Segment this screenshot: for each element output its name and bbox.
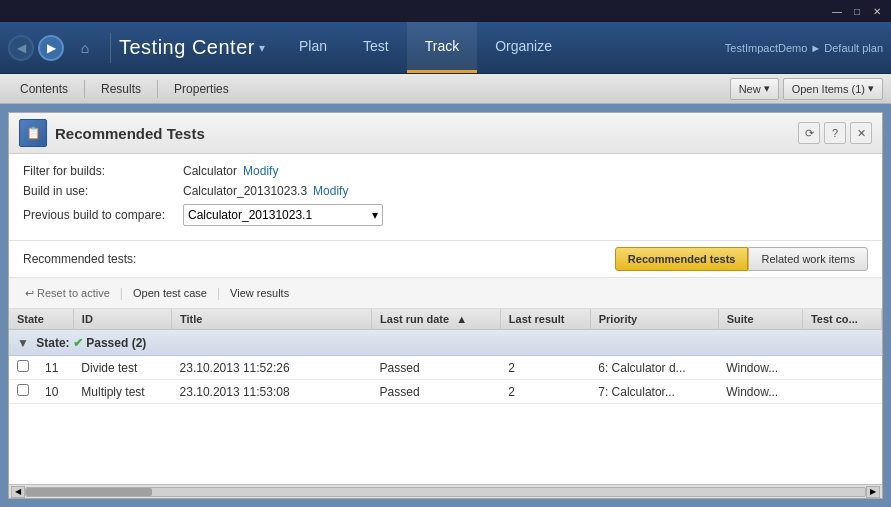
row1-priority: 2 — [500, 356, 590, 380]
row2-test-config: Window... — [718, 380, 802, 404]
filter-label: Recommended tests: — [23, 252, 136, 266]
row1-suite: 6: Calculator d... — [590, 356, 718, 380]
scroll-right-button[interactable]: ▶ — [866, 486, 880, 498]
row1-last-result: Passed — [372, 356, 501, 380]
data-table: State ID Title Last run date ▲ Last resu… — [9, 309, 882, 404]
col-header-last-result[interactable]: Last result — [500, 309, 590, 330]
panel-icon: 📋 — [19, 119, 47, 147]
title-bar: — □ ✕ — [0, 0, 891, 22]
table-container[interactable]: State ID Title Last run date ▲ Last resu… — [9, 309, 882, 484]
minimize-button[interactable]: — — [827, 2, 847, 20]
previous-build-dropdown[interactable]: Calculator_20131023.1 ▾ — [183, 204, 383, 226]
filter-for-builds-value: Calculator — [183, 164, 237, 178]
group-expander[interactable]: ▼ — [17, 336, 29, 350]
panel-close-button[interactable]: ✕ — [850, 122, 872, 144]
tab-plan[interactable]: Plan — [281, 22, 345, 73]
tab-track[interactable]: Track — [407, 22, 477, 73]
col-header-last-run-date-label: Last run date — [380, 313, 449, 325]
open-items-dropdown-icon: ▾ — [868, 82, 874, 95]
col-header-test-config[interactable]: Test co... — [802, 309, 881, 330]
nav-bar: ◀ ▶ ⌂ Testing Center ▾ Plan Test Track O… — [0, 22, 891, 74]
scrollbar-thumb[interactable] — [26, 488, 152, 496]
row1-id[interactable]: 11 — [37, 356, 73, 380]
related-work-items-toggle[interactable]: Related work items — [748, 247, 868, 271]
recommended-tests-toggle[interactable]: Recommended tests — [615, 247, 749, 271]
state-group-label: State: — [36, 336, 69, 350]
toolbar-separator-2 — [157, 80, 158, 98]
maximize-button[interactable]: □ — [847, 2, 867, 20]
row1-test-config: Window... — [718, 356, 802, 380]
passed-icon: ✔ — [73, 336, 83, 350]
nav-tabs: Plan Test Track Organize — [281, 22, 725, 73]
forward-button[interactable]: ▶ — [38, 35, 64, 61]
toolbar-tab-contents[interactable]: Contents — [8, 74, 80, 103]
reset-to-active-button[interactable]: ↩ Reset to active — [17, 282, 118, 304]
col-header-row: State ID Title Last run date ▲ Last resu… — [9, 309, 882, 330]
breadcrumb: TestImpactDemo ► Default plan — [725, 42, 883, 54]
row2-suite: 7: Calculator... — [590, 380, 718, 404]
toolbar-tab-results[interactable]: Results — [89, 74, 153, 103]
new-dropdown-icon: ▾ — [764, 82, 770, 95]
row2-title: Multiply test — [73, 380, 171, 404]
open-test-case-button[interactable]: Open test case — [125, 282, 215, 304]
col-header-last-run-date[interactable]: Last run date ▲ — [372, 309, 501, 330]
row1-title: Divide test — [73, 356, 171, 380]
row2-last-result: Passed — [372, 380, 501, 404]
toolbar-right: New ▾ Open Items (1) ▾ — [730, 78, 883, 100]
col-header-title[interactable]: Title — [172, 309, 372, 330]
table-row: 11 Divide test 23.10.2013 11:52:26 Passe… — [9, 356, 882, 380]
panel-help-button[interactable]: ? — [824, 122, 846, 144]
toolbar-separator-1 — [84, 80, 85, 98]
col-header-state-label: State — [17, 313, 44, 325]
title-dropdown[interactable]: ▾ — [259, 41, 265, 55]
col-header-state[interactable]: State — [9, 309, 73, 330]
col-header-priority[interactable]: Priority — [590, 309, 718, 330]
row2-priority: 2 — [500, 380, 590, 404]
main-content: 📋 Recommended Tests ⟳ ? ✕ Filter for bui… — [0, 104, 891, 507]
row2-id[interactable]: 10 — [37, 380, 73, 404]
filter-row: Recommended tests: Recommended tests Rel… — [9, 241, 882, 278]
state-group-value: Passed (2) — [86, 336, 146, 350]
toggle-btn-group: Recommended tests Related work items — [615, 247, 868, 271]
tab-test[interactable]: Test — [345, 22, 407, 73]
panel: 📋 Recommended Tests ⟳ ? ✕ Filter for bui… — [8, 112, 883, 499]
open-items-button[interactable]: Open Items (1) ▾ — [783, 78, 883, 100]
scrollbar-track[interactable] — [25, 487, 866, 497]
tab-organize[interactable]: Organize — [477, 22, 570, 73]
col-header-id[interactable]: ID — [73, 309, 171, 330]
new-button-label: New — [739, 83, 761, 95]
view-results-button[interactable]: View results — [222, 282, 297, 304]
previous-build-label: Previous build to compare: — [23, 208, 183, 222]
row1-last-run-date: 23.10.2013 11:52:26 — [172, 356, 372, 380]
open-items-label: Open Items (1) — [792, 83, 865, 95]
row2-check[interactable] — [9, 380, 37, 404]
home-button[interactable]: ⌂ — [72, 35, 98, 61]
horizontal-scrollbar[interactable]: ◀ ▶ — [9, 484, 882, 498]
sort-icon: ▲ — [456, 313, 467, 325]
col-header-suite[interactable]: Suite — [718, 309, 802, 330]
scroll-left-button[interactable]: ◀ — [11, 486, 25, 498]
panel-refresh-button[interactable]: ⟳ — [798, 122, 820, 144]
form-area: Filter for builds: Calculator Modify Bui… — [9, 154, 882, 241]
new-button[interactable]: New ▾ — [730, 78, 779, 100]
nav-divider — [110, 33, 111, 63]
back-button[interactable]: ◀ — [8, 35, 34, 61]
panel-icon-symbol: 📋 — [26, 126, 41, 140]
build-modify-link[interactable]: Modify — [313, 184, 348, 198]
build-in-use-row: Build in use: Calculator_20131023.3 Modi… — [23, 184, 868, 198]
dropdown-arrow-icon: ▾ — [372, 208, 378, 222]
row2-last-run-date: 23.10.2013 11:53:08 — [172, 380, 372, 404]
build-in-use-value: Calculator_20131023.3 — [183, 184, 307, 198]
filter-for-builds-row: Filter for builds: Calculator Modify — [23, 164, 868, 178]
app-title: Testing Center — [119, 36, 255, 59]
filter-for-builds-label: Filter for builds: — [23, 164, 183, 178]
row2-checkbox[interactable] — [17, 384, 29, 396]
panel-title: Recommended Tests — [55, 125, 205, 142]
filter-modify-link[interactable]: Modify — [243, 164, 278, 178]
panel-header-btns: ⟳ ? ✕ — [798, 122, 872, 144]
close-button[interactable]: ✕ — [867, 2, 887, 20]
row1-checkbox[interactable] — [17, 360, 29, 372]
toolbar-tab-properties[interactable]: Properties — [162, 74, 241, 103]
build-in-use-label: Build in use: — [23, 184, 183, 198]
row1-check[interactable] — [9, 356, 37, 380]
